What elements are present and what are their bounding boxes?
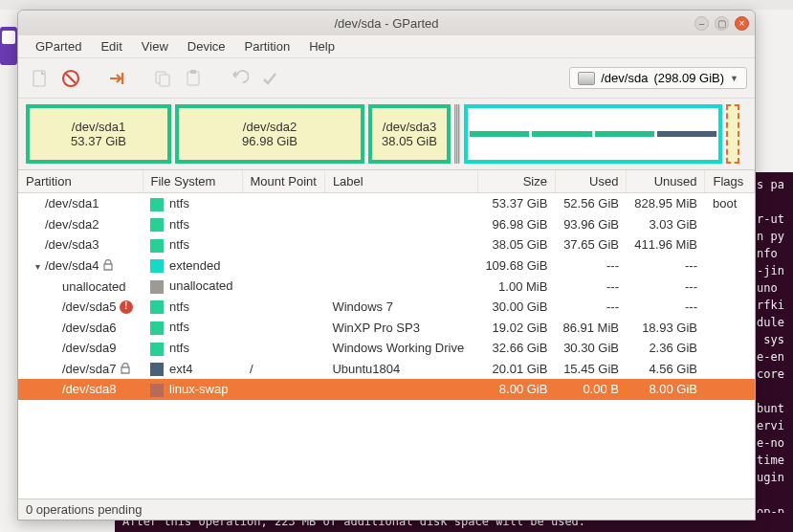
diskmap-sda5[interactable] xyxy=(470,131,529,137)
mountpoint-cell: / xyxy=(242,359,324,380)
gparted-window: /dev/sda - GParted – ▢ × GParted Edit Vi… xyxy=(17,10,756,521)
label-cell xyxy=(324,193,477,214)
diskmap-sda7[interactable] xyxy=(657,131,716,137)
menu-device[interactable]: Device xyxy=(178,36,235,56)
diskmap-sda1[interactable]: /dev/sda1 53.37 GiB xyxy=(26,104,171,164)
label-cell: WinXP Pro SP3 xyxy=(324,317,477,338)
table-row[interactable]: /dev/sda3ntfs38.05 GiB37.65 GiB411.96 Mi… xyxy=(18,234,755,255)
table-row[interactable]: ▾/dev/sda4 extended109.68 GiB------ xyxy=(18,255,755,277)
col-flags[interactable]: Flags xyxy=(705,170,755,193)
menu-edit[interactable]: Edit xyxy=(91,36,131,56)
unused-cell: 4.56 GiB xyxy=(627,359,705,380)
filesystem-cell: unallocated xyxy=(143,276,242,297)
close-button[interactable]: × xyxy=(735,16,749,31)
fs-swatch xyxy=(150,198,164,211)
flags-cell xyxy=(705,255,755,277)
col-label[interactable]: Label xyxy=(324,170,477,193)
unused-cell: --- xyxy=(627,255,705,277)
toolbar: /dev/sda (298.09 GiB) ▼ xyxy=(18,58,755,99)
label-cell: Windows 7 xyxy=(324,297,477,318)
used-cell: 93.96 GiB xyxy=(555,214,627,235)
filesystem-cell: ntfs xyxy=(143,214,242,235)
filesystem-cell: ntfs xyxy=(143,338,242,359)
undo-button[interactable] xyxy=(225,64,253,93)
col-mountpoint[interactable]: Mount Point xyxy=(242,170,324,193)
diskmap-label: /dev/sda3 xyxy=(383,120,436,134)
fs-swatch xyxy=(150,363,164,376)
table-row[interactable]: /dev/sda6ntfsWinXP Pro SP319.02 GiB86.91… xyxy=(18,317,755,338)
table-row[interactable]: /dev/sda7 ext4/Ubuntu180420.01 GiB15.45 … xyxy=(18,359,755,380)
unused-cell: 8.00 GiB xyxy=(627,379,705,400)
paste-icon xyxy=(184,69,203,88)
partition-cell: ▾/dev/sda4 xyxy=(18,255,143,277)
used-cell: --- xyxy=(555,255,627,277)
diskmap-size: 38.05 GiB xyxy=(382,134,437,148)
menubar: GParted Edit View Device Partition Help xyxy=(18,35,755,58)
new-partition-button[interactable] xyxy=(26,64,55,93)
diskmap-sda9[interactable] xyxy=(595,131,654,137)
table-row[interactable]: /dev/sda1ntfs53.37 GiB52.56 GiB828.95 Mi… xyxy=(18,193,755,214)
size-cell: 32.66 GiB xyxy=(477,338,555,359)
used-cell: 15.45 GiB xyxy=(555,359,627,380)
diskmap-size: 53.37 GiB xyxy=(71,134,126,148)
size-cell: 1.00 MiB xyxy=(477,276,555,297)
label-cell xyxy=(324,214,477,235)
mountpoint-cell xyxy=(242,234,324,255)
label-cell: Windows Working Drive xyxy=(324,338,477,359)
col-filesystem[interactable]: File System xyxy=(143,170,242,193)
filesystem-cell: linux-swap xyxy=(143,379,242,400)
apply-button[interactable] xyxy=(255,64,284,93)
flags-cell xyxy=(705,214,755,235)
diskmap-resizer[interactable] xyxy=(454,104,460,164)
expander-icon[interactable]: ▾ xyxy=(35,261,45,272)
svg-rect-6 xyxy=(187,72,199,85)
warning-icon xyxy=(120,300,133,314)
fs-swatch xyxy=(150,218,164,232)
unused-cell: 3.03 GiB xyxy=(627,214,705,235)
used-cell: 86.91 MiB xyxy=(555,317,627,338)
partition-cell: unallocated xyxy=(18,276,143,297)
maximize-button[interactable]: ▢ xyxy=(715,16,729,31)
table-row[interactable]: /dev/sda8linux-swap8.00 GiB0.00 B8.00 Gi… xyxy=(18,379,755,400)
diskmap-sda2[interactable]: /dev/sda2 96.98 GiB xyxy=(175,104,364,164)
titlebar[interactable]: /dev/sda - GParted – ▢ × xyxy=(18,11,755,35)
window-title: /dev/sda - GParted xyxy=(334,16,438,31)
mountpoint-cell xyxy=(242,193,324,214)
fs-swatch xyxy=(150,239,164,253)
col-used[interactable]: Used xyxy=(555,170,627,193)
partition-cell: /dev/sda5 xyxy=(18,297,143,318)
background-terminal-right: s pa r-ut n py nfo -jin uno rfki dule sy… xyxy=(755,172,793,532)
diskmap-sda3[interactable]: /dev/sda3 38.05 GiB xyxy=(368,104,451,164)
diskmap-sda6[interactable] xyxy=(532,131,591,137)
mountpoint-cell xyxy=(242,297,324,318)
filesystem-cell: ntfs xyxy=(143,317,242,338)
delete-partition-button[interactable] xyxy=(56,64,85,93)
minimize-button[interactable]: – xyxy=(694,16,709,31)
table-row[interactable]: unallocatedunallocated1.00 MiB------ xyxy=(18,276,755,297)
col-size[interactable]: Size xyxy=(477,170,555,193)
diskmap-sda4-extended[interactable] xyxy=(464,104,722,164)
table-row[interactable]: /dev/sda5 ntfsWindows 730.00 GiB------ xyxy=(18,297,755,318)
resize-move-button[interactable] xyxy=(102,64,131,93)
size-cell: 38.05 GiB xyxy=(477,234,555,255)
copy-button[interactable] xyxy=(148,64,177,93)
size-cell: 8.00 GiB xyxy=(477,379,555,400)
col-partition[interactable]: Partition xyxy=(18,170,143,193)
filesystem-cell: ext4 xyxy=(143,359,242,380)
table-row[interactable]: /dev/sda2ntfs96.98 GiB93.96 GiB3.03 GiB xyxy=(18,214,755,235)
partition-table[interactable]: Partition File System Mount Point Label … xyxy=(18,169,755,499)
menu-view[interactable]: View xyxy=(132,36,178,56)
device-selector[interactable]: /dev/sda (298.09 GiB) ▼ xyxy=(569,67,747,89)
paste-button[interactable] xyxy=(179,64,208,93)
fs-swatch xyxy=(150,300,164,314)
menu-gparted[interactable]: GParted xyxy=(26,36,91,56)
col-unused[interactable]: Unused xyxy=(627,170,705,193)
used-cell: --- xyxy=(555,276,627,297)
table-row[interactable]: /dev/sda9ntfsWindows Working Drive32.66 … xyxy=(18,338,755,359)
diskmap-sda8[interactable] xyxy=(726,104,739,164)
partition-cell: /dev/sda9 xyxy=(18,338,143,359)
fs-swatch xyxy=(150,280,164,294)
menu-partition[interactable]: Partition xyxy=(235,36,300,56)
mountpoint-cell xyxy=(242,317,324,338)
menu-help[interactable]: Help xyxy=(299,36,344,56)
